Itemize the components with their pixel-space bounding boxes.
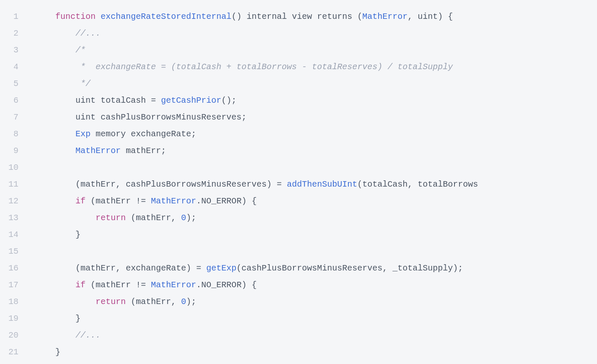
code-token: 0	[181, 297, 186, 307]
code-token: (mathErr,	[126, 297, 181, 307]
code-line: if (mathErr != MathError.NO_ERROR) {	[35, 193, 593, 210]
code-token	[96, 12, 101, 21]
code-token: exchangeRateStoredInternal	[101, 12, 231, 21]
code-token: () internal view returns (	[231, 12, 362, 21]
line-number: 9	[8, 143, 18, 159]
code-token: MathError	[75, 146, 121, 156]
code-line: }	[35, 344, 593, 361]
code-token: (mathErr,	[126, 213, 181, 223]
code-token: }	[75, 314, 80, 323]
code-token: getCashPrior	[161, 96, 221, 105]
code-line	[35, 243, 593, 260]
line-number: 16	[8, 260, 18, 277]
code-line: uint totalCash = getCashPrior();	[35, 92, 593, 109]
code-token: .NO_ERROR) {	[196, 280, 257, 290]
code-line: }	[35, 226, 593, 243]
code-token: MathError	[362, 12, 408, 21]
code-lines: function exchangeRateStoredInternal() in…	[35, 8, 593, 361]
line-number: 1	[8, 8, 18, 25]
code-line: uint cashPlusBorrowsMinusReserves;	[35, 109, 593, 126]
code-token: //...	[75, 29, 101, 38]
code-token: .NO_ERROR) {	[196, 196, 257, 206]
code-line: (mathErr, exchangeRate) = getExp(cashPlu…	[35, 260, 593, 277]
code-line: function exchangeRateStoredInternal() in…	[35, 8, 593, 25]
code-block: 123456789101112131415161718192021 functi…	[4, 8, 593, 361]
code-token: uint totalCash =	[75, 96, 161, 105]
line-number: 19	[8, 310, 18, 327]
line-number: 2	[8, 25, 18, 42]
code-token: );	[186, 297, 196, 307]
code-token: ();	[221, 96, 236, 105]
code-line: Exp memory exchangeRate;	[35, 126, 593, 143]
code-token: MathError	[151, 280, 196, 290]
line-number: 14	[8, 226, 18, 243]
line-number: 13	[8, 210, 18, 226]
line-number: 18	[8, 294, 18, 310]
code-token: (cashPlusBorrowsMinusReserves, _totalSup…	[236, 263, 463, 273]
code-token: if	[75, 280, 86, 290]
code-token: if	[75, 196, 86, 206]
code-token: addThenSubUInt	[287, 179, 357, 189]
line-number: 15	[8, 243, 18, 260]
line-number: 6	[8, 92, 18, 109]
line-number: 3	[8, 42, 18, 59]
code-token: }	[55, 347, 60, 357]
code-token: /*	[75, 45, 86, 55]
line-number: 10	[8, 159, 18, 176]
code-token: (totalCash, totalBorrows	[357, 179, 478, 189]
line-number: 7	[8, 109, 18, 126]
code-line: return (mathErr, 0);	[35, 210, 593, 226]
line-number: 21	[8, 344, 18, 361]
line-number: 4	[8, 59, 18, 75]
code-token: (mathErr !=	[86, 196, 151, 206]
code-token: getExp	[206, 263, 236, 273]
code-line: * exchangeRate = (totalCash + totalBorro…	[35, 59, 593, 75]
code-token: );	[186, 213, 196, 223]
code-line: (mathErr, cashPlusBorrowsMinusReserves) …	[35, 176, 593, 193]
code-token: MathError	[151, 196, 196, 206]
code-line: /*	[35, 42, 593, 59]
code-token: function	[55, 12, 96, 21]
code-token: , uint) {	[408, 12, 453, 21]
code-token: (mathErr, exchangeRate) =	[75, 263, 206, 273]
line-number-gutter: 123456789101112131415161718192021	[4, 8, 35, 361]
code-line: */	[35, 75, 593, 92]
code-token: * exchangeRate = (totalCash + totalBorro…	[75, 62, 453, 72]
code-token: //...	[75, 330, 101, 340]
code-token: (mathErr !=	[86, 280, 151, 290]
code-token: (mathErr, cashPlusBorrowsMinusReserves) …	[75, 179, 287, 189]
code-token: uint cashPlusBorrowsMinusReserves;	[75, 112, 247, 122]
line-number: 12	[8, 193, 18, 210]
code-line: //...	[35, 327, 593, 344]
code-token: mathErr;	[121, 146, 166, 156]
code-token: Exp	[75, 129, 91, 139]
code-token: return	[96, 213, 126, 223]
code-line: MathError mathErr;	[35, 143, 593, 159]
code-line: return (mathErr, 0);	[35, 294, 593, 310]
code-line: //...	[35, 25, 593, 42]
line-number: 17	[8, 277, 18, 294]
line-number: 11	[8, 176, 18, 193]
code-line: }	[35, 310, 593, 327]
code-token: }	[75, 230, 80, 239]
line-number: 5	[8, 75, 18, 92]
line-number: 8	[8, 126, 18, 143]
code-token: 0	[181, 213, 186, 223]
code-token: memory exchangeRate;	[91, 129, 196, 139]
code-line: if (mathErr != MathError.NO_ERROR) {	[35, 277, 593, 294]
code-token: */	[75, 79, 91, 88]
code-token: return	[96, 297, 126, 307]
code-line	[35, 159, 593, 176]
line-number: 20	[8, 327, 18, 344]
